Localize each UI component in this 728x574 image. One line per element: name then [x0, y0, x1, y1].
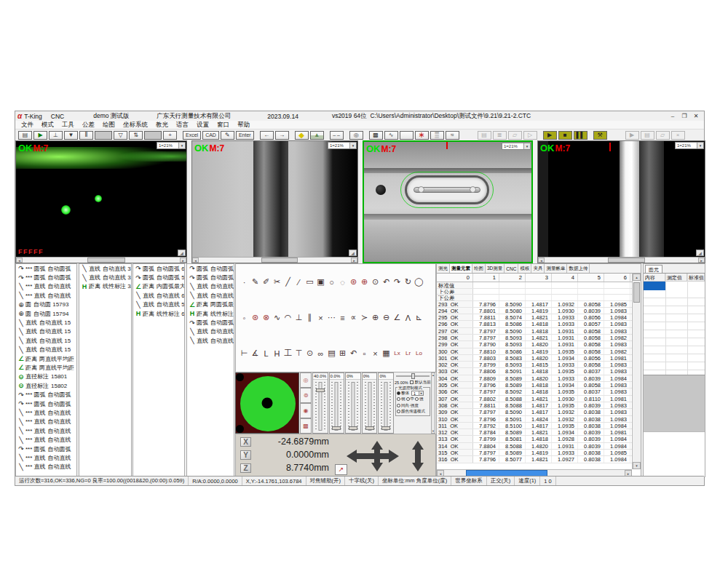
light-slider[interactable]: 0.0% [329, 372, 345, 434]
toolbox-tool-icon[interactable]: ◯ [414, 277, 424, 287]
table-tab[interactable]: 测量帐单 [545, 264, 567, 273]
toolbox-tool-icon[interactable]: ⊞ [338, 348, 347, 358]
table-tab[interactable]: 测量元素 [450, 264, 472, 273]
table-row[interactable]: 标准值 [437, 282, 632, 289]
toolbar-button[interactable]: ▱ [508, 131, 522, 140]
toolbar-button[interactable]: ▤ [478, 131, 491, 140]
list-item[interactable]: ╲ 直线 自动直线 5 [187, 336, 234, 345]
toolbox-tool-icon[interactable]: ↻ [403, 277, 413, 287]
toolbox-tool-icon[interactable]: ∿ [272, 313, 282, 322]
toolbar-button[interactable]: – – [330, 131, 344, 140]
toolbar-button[interactable]: ≣ [493, 131, 507, 140]
toolbox-tool-icon[interactable]: Lx [392, 350, 402, 356]
toolbar-button[interactable]: ⇅ [129, 131, 143, 140]
menu-item[interactable]: 坐标系统 [123, 121, 148, 129]
toolbox-tool-icon[interactable]: ⁄ [294, 278, 304, 287]
table-row[interactable]: 上公差 [437, 289, 632, 295]
radio-direction[interactable] [397, 404, 400, 407]
list-item[interactable]: ↷ 圆弧 自动圆弧 5 [187, 264, 234, 273]
toolbox-tool-icon[interactable]: ⊥ [294, 313, 304, 322]
toolbox-tool-icon[interactable]: ↶ [349, 348, 358, 358]
list-item[interactable]: ╲ 直线 自动直线 15 [16, 336, 76, 345]
toolbar-button[interactable]: ▷ [523, 131, 537, 140]
toolbar-button[interactable] [400, 131, 414, 140]
toolbar-button[interactable]: × [671, 131, 685, 140]
scroll-left-icon[interactable]: ◂ [16, 258, 23, 263]
ring-light-preview[interactable] [235, 372, 299, 434]
toolbox-tool-icon[interactable]: L [261, 349, 271, 358]
table-row[interactable]: 300 OK 7.8810 8.5086 1.4819 1.0935 0.805… [437, 348, 632, 355]
column-header[interactable]: 3 [526, 274, 552, 282]
table-row[interactable]: 299 OK 7.8790 8.5093 1.4820 1.0931 0.805… [437, 341, 632, 348]
list-item[interactable]: ╲ *** 直线 自动直线 [16, 435, 76, 444]
toolbar-button[interactable]: ≈ [446, 131, 459, 140]
toolbar-button[interactable]: CAD [202, 131, 219, 140]
list-item[interactable]: ↷ *** 圆弧 自动圆弧 [16, 264, 76, 273]
toolbox-tool-icon[interactable]: · [240, 278, 249, 287]
scroll-right-icon[interactable]: ▸ [351, 258, 357, 263]
table-row[interactable]: 306 OK 7.8797 8.5092 1.4818 1.0935 0.803… [437, 388, 632, 395]
camera1-resize-grip[interactable]: ◢ [178, 250, 186, 256]
camera-view-1[interactable]: OKM:7 1=21%▾ FFFFF ◢ ◂ ▸ [15, 140, 187, 263]
menu-item[interactable]: 文件 [21, 121, 33, 129]
table-row[interactable]: 293 OK 7.8796 8.5090 1.4817 1.0932 0.805… [437, 301, 632, 308]
toolbox-tool-icon[interactable]: ≻ [360, 313, 369, 322]
toolbar-button[interactable]: ▽ [114, 131, 127, 140]
toolbar-button[interactable]: ▱ [656, 131, 670, 140]
scroll-thumb[interactable] [87, 258, 124, 263]
list-item[interactable]: ↷ *** 圆弧 自动圆弧 [16, 273, 76, 282]
list-item[interactable]: ╲ 直线 自动直线 5 [187, 282, 234, 291]
table-row[interactable]: 296 OK 7.8813 8.5086 1.4818 1.0933 0.805… [437, 321, 632, 327]
table-row[interactable]: 316 OK 7.8796 8.5077 1.4821 1.0927 0.803… [437, 456, 632, 463]
camera4-resize-grip[interactable]: ◢ [696, 250, 704, 256]
radio-color[interactable] [397, 410, 400, 413]
table-row[interactable]: 303 OK 7.8806 8.5091 1.4818 1.0935 0.803… [437, 368, 632, 375]
jog-arrows[interactable] [345, 439, 432, 473]
camera2-resize-grip[interactable]: ◢ [349, 250, 357, 256]
list-item[interactable]: ╲ 直线 自动直线 3 [79, 264, 131, 273]
list-item[interactable]: ↷ *** 圆弧 自动圆弧 [16, 445, 76, 453]
table-row[interactable]: 下公差 [437, 295, 632, 301]
toolbar-button[interactable]: ← [260, 131, 274, 140]
scroll-right-icon[interactable]: ▸ [698, 258, 705, 263]
column-header[interactable]: 6 [604, 274, 630, 282]
table-tab[interactable]: 夹具 [531, 264, 545, 273]
toolbar-button[interactable] [95, 131, 112, 140]
list-item[interactable]: ∠ 距离 两圆弧最大距 [187, 300, 234, 309]
element-tab[interactable]: 图元 [645, 265, 662, 273]
table-row[interactable]: 310 OK 7.8796 8.5091 1.4824 1.0932 0.803… [437, 416, 632, 423]
table-tab[interactable]: 绘图 [472, 264, 486, 273]
dropdown-arrow-icon[interactable]: ▾ [419, 391, 423, 395]
scroll-down-icon[interactable]: ▼ [432, 429, 435, 433]
toolbox-tool-icon[interactable]: Λ [403, 314, 413, 322]
slider-thumb[interactable] [316, 388, 325, 392]
toolbox-tool-icon[interactable]: ◌ [338, 278, 347, 287]
list-item[interactable]: ╲ *** 直线 自动直线 [16, 453, 76, 462]
toolbar-button[interactable]: ✎ [221, 131, 234, 140]
channel-dropdown[interactable]: 1 ▾ [411, 391, 424, 396]
toolbox-tool-icon[interactable]: ▤ [327, 348, 336, 358]
toolbox-tool-icon[interactable]: ○ [327, 278, 336, 287]
light-mode-button[interactable]: ◎ [300, 372, 312, 388]
list-item[interactable]: ∠ 距离 内圆弧最大距 [133, 282, 184, 291]
default-mode-checkbox[interactable] [410, 380, 414, 384]
table-row[interactable]: 312 OK 7.8784 8.5089 1.4821 1.0934 0.803… [437, 429, 632, 436]
list-item[interactable]: ╲ *** 直线 自动直线 [16, 426, 76, 435]
brightness-slider[interactable] [396, 373, 430, 379]
toolbar-button[interactable] [144, 131, 162, 140]
table-row[interactable]: 311 OK 7.8792 8.5100 1.4817 1.0935 0.803… [437, 423, 632, 429]
toolbox-tool-icon[interactable]: ∡ [250, 348, 260, 358]
slider-track[interactable] [331, 382, 341, 431]
toolbox-tool-icon[interactable]: ↶ [381, 277, 391, 287]
table-tab[interactable]: 数据上传 [567, 264, 590, 273]
table-row[interactable]: 298 OK 7.8797 8.5093 1.4821 1.0931 0.805… [437, 335, 632, 341]
table-tab[interactable]: 模板 [518, 264, 531, 273]
toolbox-tool-icon[interactable]: ▣ [316, 277, 325, 287]
toolbar-button[interactable]: ⚒ [593, 131, 607, 140]
toolbar-button[interactable]: Ⅱ [79, 131, 93, 140]
dropdown-arrow-icon[interactable]: ▾ [523, 143, 530, 149]
slider-track[interactable] [381, 382, 391, 431]
toolbox-tool-icon[interactable]: ▦ [381, 348, 391, 358]
toolbox-tool-icon[interactable]: ∠ [392, 313, 402, 322]
list-item[interactable]: ⊕ 圆 自动圆 15793 [16, 300, 76, 309]
